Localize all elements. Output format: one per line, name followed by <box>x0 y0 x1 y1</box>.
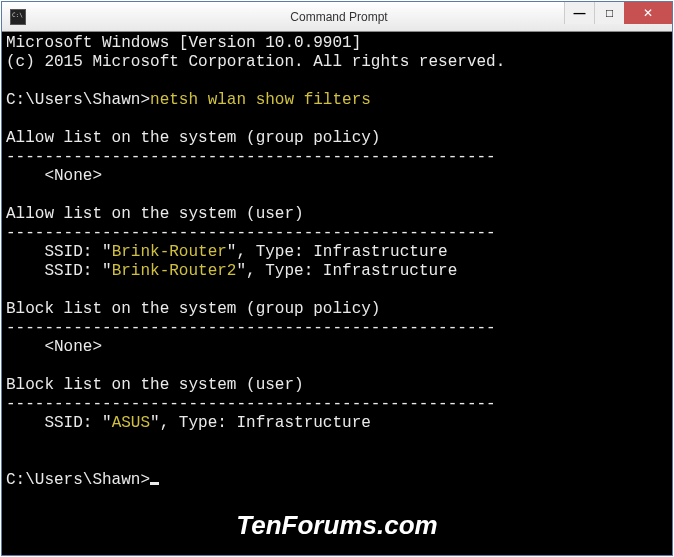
section-header: Allow list on the system (user) <box>6 205 304 223</box>
copyright-line: (c) 2015 Microsoft Corporation. All righ… <box>6 53 505 71</box>
version-line: Microsoft Windows [Version 10.0.9901] <box>6 34 361 52</box>
ssid-value: Brink-Router <box>112 243 227 261</box>
ssid-row: SSID: "Brink-Router", Type: Infrastructu… <box>6 243 448 261</box>
divider: ----------------------------------------… <box>6 395 496 413</box>
section-header: Block list on the system (group policy) <box>6 300 380 318</box>
ssid-value: Brink-Router2 <box>112 262 237 280</box>
app-icon <box>10 9 26 25</box>
divider: ----------------------------------------… <box>6 224 496 242</box>
close-button[interactable]: ✕ <box>624 2 672 24</box>
command-prompt-window: Command Prompt — □ ✕ Microsoft Windows [… <box>1 1 673 556</box>
minimize-button[interactable]: — <box>564 2 594 24</box>
divider: ----------------------------------------… <box>6 148 496 166</box>
ssid-value: ASUS <box>112 414 150 432</box>
window-controls: — □ ✕ <box>564 2 672 24</box>
terminal-output[interactable]: Microsoft Windows [Version 10.0.9901] (c… <box>2 32 672 555</box>
none-value: <None> <box>6 338 102 356</box>
ssid-row: SSID: "Brink-Router2", Type: Infrastruct… <box>6 262 457 280</box>
divider: ----------------------------------------… <box>6 319 496 337</box>
titlebar[interactable]: Command Prompt — □ ✕ <box>2 2 672 32</box>
prompt: C:\Users\Shawn> <box>6 91 150 109</box>
prompt: C:\Users\Shawn> <box>6 471 150 489</box>
section-header: Block list on the system (user) <box>6 376 304 394</box>
watermark: TenForums.com <box>236 516 437 535</box>
cursor <box>150 482 159 485</box>
command-input: netsh wlan show filters <box>150 91 371 109</box>
none-value: <None> <box>6 167 102 185</box>
section-header: Allow list on the system (group policy) <box>6 129 380 147</box>
maximize-button[interactable]: □ <box>594 2 624 24</box>
ssid-row: SSID: "ASUS", Type: Infrastructure <box>6 414 371 432</box>
